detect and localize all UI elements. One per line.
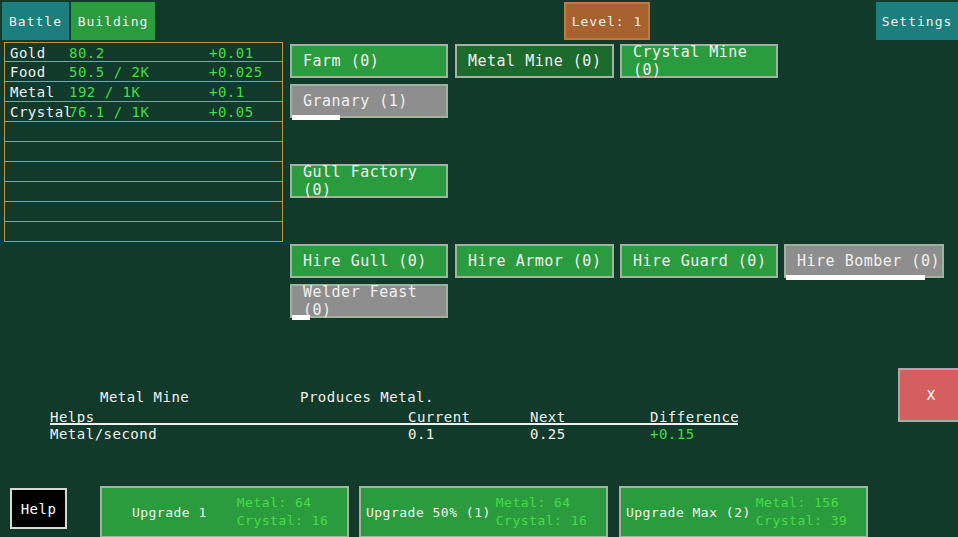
upgrade-1-button[interactable]: Upgrade 1 Metal: 64 Crystal: 16 <box>100 486 349 537</box>
game-screen: Battle Building Level: 1 Settings Gold 8… <box>0 0 958 537</box>
resource-row-empty <box>4 122 283 142</box>
upgrade-max-label: Upgrade Max (2) <box>621 505 756 520</box>
resource-name: Crystal <box>10 104 73 120</box>
upgrade-max-button[interactable]: Upgrade Max (2) Metal: 156 Crystal: 39 <box>619 486 868 537</box>
upgrade-50-costs: Metal: 64 Crystal: 16 <box>496 494 606 530</box>
resource-row-empty <box>4 182 283 202</box>
resource-rate: +0.05 <box>209 104 254 120</box>
upgrade-1-label: Upgrade 1 <box>102 505 237 520</box>
resource-row-food: Food 50.5 / 2K +0.025 <box>4 62 283 82</box>
upgrade-max-costs: Metal: 156 Crystal: 39 <box>756 494 866 530</box>
resource-name: Food <box>10 64 46 80</box>
help-button[interactable]: Help <box>10 488 67 529</box>
resource-name: Metal <box>10 84 55 100</box>
unit-hire-bomber-button[interactable]: Hire Bomber (0) <box>784 244 944 278</box>
level-indicator: Level: 1 <box>564 2 650 40</box>
settings-button[interactable]: Settings <box>876 2 958 40</box>
close-detail-button[interactable]: X <box>898 368 958 422</box>
welder-feast-progress-bar <box>292 315 310 320</box>
tab-battle[interactable]: Battle <box>2 2 69 40</box>
resource-row-empty <box>4 142 283 162</box>
resource-value: 80.2 <box>69 45 105 61</box>
unit-hire-gull-button[interactable]: Hire Gull (0) <box>290 244 448 278</box>
granary-label: Granary (1) <box>303 92 408 110</box>
resource-row-crystal: Crystal 76.1 / 1K +0.05 <box>4 102 283 122</box>
upgrade-1-costs: Metal: 64 Crystal: 16 <box>237 494 347 530</box>
upgrade-50-button[interactable]: Upgrade 50% (1) Metal: 64 Crystal: 16 <box>359 486 608 537</box>
resource-row-empty <box>4 162 283 182</box>
resource-rate: +0.1 <box>209 84 245 100</box>
building-granary-button[interactable]: Granary (1) <box>290 84 448 118</box>
building-metal-mine-button[interactable]: Metal Mine (0) <box>455 44 614 78</box>
detail-row-next: 0.25 <box>530 426 566 442</box>
granary-progress-bar <box>292 115 340 120</box>
metal-cost: Metal: 156 <box>756 495 839 510</box>
detail-row-current: 0.1 <box>408 426 435 442</box>
resource-table: Gold 80.2 +0.01 Food 50.5 / 2K +0.025 Me… <box>4 42 283 242</box>
resource-row-gold: Gold 80.2 +0.01 <box>4 42 283 62</box>
crystal-cost: Crystal: 16 <box>237 513 329 528</box>
hire-bomber-progress-bar <box>786 275 925 280</box>
upgrade-50-label: Upgrade 50% (1) <box>361 505 496 520</box>
unit-welder-feast-button[interactable]: Welder Feast (0) <box>290 284 448 318</box>
detail-title: Metal Mine <box>100 389 189 405</box>
unit-hire-guard-button[interactable]: Hire Guard (0) <box>620 244 778 278</box>
metal-cost: Metal: 64 <box>237 495 312 510</box>
resource-row-metal: Metal 192 / 1K +0.1 <box>4 82 283 102</box>
hire-bomber-label: Hire Bomber (0) <box>797 252 940 270</box>
building-crystal-mine-button[interactable]: Crystal Mine (0) <box>620 44 778 78</box>
building-gull-factory-button[interactable]: Gull Factory (0) <box>290 164 448 198</box>
welder-feast-label: Welder Feast (0) <box>303 283 446 319</box>
crystal-cost: Crystal: 39 <box>756 513 848 528</box>
resource-rate: +0.01 <box>209 45 254 61</box>
detail-header-underline <box>50 423 738 425</box>
detail-description: Produces Metal. <box>300 389 434 405</box>
metal-cost: Metal: 64 <box>496 495 571 510</box>
building-farm-button[interactable]: Farm (0) <box>290 44 448 78</box>
resource-value: 50.5 / 2K <box>69 64 149 80</box>
resource-value: 192 / 1K <box>69 84 140 100</box>
resource-value: 76.1 / 1K <box>69 104 149 120</box>
crystal-cost: Crystal: 16 <box>496 513 588 528</box>
resource-rate: +0.025 <box>209 64 263 80</box>
detail-row-difference: +0.15 <box>650 426 695 442</box>
resource-row-empty <box>4 202 283 222</box>
detail-row-helps: Metal/second <box>50 426 157 442</box>
resource-name: Gold <box>10 45 46 61</box>
tab-building[interactable]: Building <box>71 2 155 40</box>
resource-row-empty <box>4 222 283 242</box>
unit-hire-armor-button[interactable]: Hire Armor (0) <box>455 244 614 278</box>
